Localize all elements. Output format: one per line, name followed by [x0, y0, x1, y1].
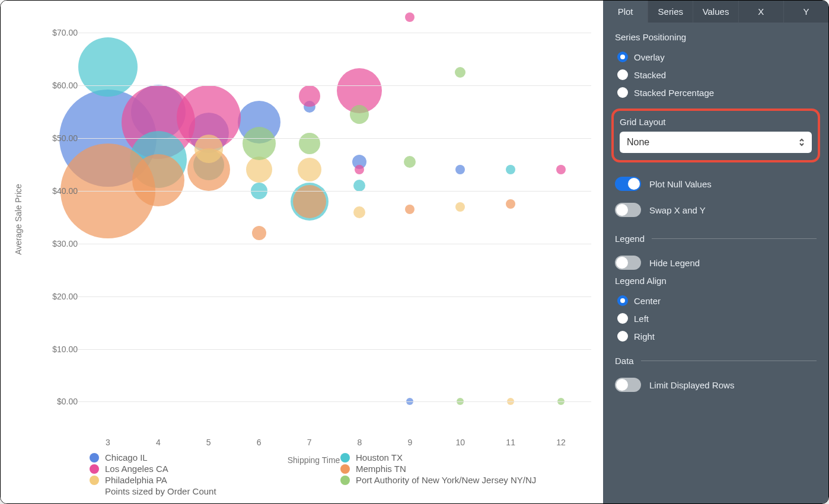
tab-plot[interactable]: Plot	[603, 1, 648, 23]
legend-align-right[interactable]: Right	[617, 327, 817, 345]
radio-label: Stacked	[634, 70, 666, 80]
limit-rows-toggle[interactable]	[615, 378, 641, 392]
radio-icon	[617, 295, 628, 306]
series-positioning-overlay[interactable]: Overlay	[617, 48, 817, 66]
legend-item[interactable]: Chicago IL	[90, 452, 340, 462]
x-tick-label: 7	[307, 438, 312, 447]
legend-item[interactable]: Philadelphia PA	[90, 475, 340, 485]
tab-values[interactable]: Values	[693, 1, 738, 23]
gridline	[78, 33, 591, 33]
y-tick-label: $30.00	[36, 239, 78, 248]
bubble-point[interactable]	[78, 37, 138, 97]
chevron-up-down-icon	[799, 138, 805, 146]
legend-dot-icon	[340, 453, 350, 462]
gridline	[78, 191, 591, 192]
plot-null-values-toggle[interactable]	[615, 177, 641, 191]
bubble-point[interactable]	[506, 199, 515, 209]
legend: Chicago ILHouston TXLos Angeles CAMemphi…	[90, 452, 591, 496]
legend-item[interactable]: Memphis TN	[340, 464, 591, 474]
gridline	[78, 401, 591, 402]
bubble-point[interactable]	[404, 156, 416, 168]
legend-align-group: CenterLeftRight	[615, 292, 817, 345]
radio-icon	[617, 69, 628, 80]
bubble-point[interactable]	[405, 205, 414, 214]
gridline	[78, 349, 591, 350]
bubble-point[interactable]	[299, 85, 320, 107]
radio-icon	[617, 313, 628, 324]
bubble-point[interactable]	[556, 165, 566, 174]
bubble-point[interactable]	[293, 185, 326, 218]
bubble-point[interactable]	[506, 165, 515, 174]
chart-plot: Average Sale Price Shipping Time $0.00$1…	[30, 7, 597, 432]
bubble-point[interactable]	[355, 165, 364, 174]
legend-dot-icon	[340, 464, 350, 474]
grid-layout-highlight: Grid Layout None	[611, 109, 820, 162]
legend-align-center[interactable]: Center	[617, 292, 817, 310]
radio-icon	[617, 52, 628, 62]
legend-label: Chicago IL	[105, 452, 148, 462]
hide-legend-toggle[interactable]	[615, 256, 641, 270]
x-tick-label: 8	[358, 438, 362, 447]
legend-section-title: Legend	[615, 234, 817, 244]
legend-label: Houston TX	[356, 452, 403, 462]
radio-label: Center	[634, 296, 661, 306]
gridline	[78, 244, 591, 244]
bubble-point[interactable]	[246, 157, 272, 183]
legend-label: Port Authority of New York/New Jersey NY…	[356, 475, 536, 485]
series-positioning-stacked[interactable]: Stacked	[617, 66, 817, 84]
swap-xy-label: Swap X and Y	[649, 205, 706, 215]
legend-item[interactable]: Los Angeles CA	[90, 464, 340, 474]
legend-dot-icon	[90, 453, 99, 462]
bubble-point[interactable]	[350, 105, 369, 124]
settings-sidebar: PlotSeriesValuesXY Series Positioning Ov…	[603, 1, 828, 503]
y-tick-label: $70.00	[36, 28, 78, 37]
series-positioning-stacked-percentage[interactable]: Stacked Percentage	[617, 84, 817, 101]
tab-series[interactable]: Series	[648, 1, 693, 23]
y-tick-label: $50.00	[36, 133, 78, 143]
grid-layout-select[interactable]: None	[620, 132, 812, 153]
radio-label: Overlay	[634, 52, 665, 62]
radio-icon	[617, 87, 628, 98]
limit-rows-label: Limit Displayed Rows	[649, 380, 734, 390]
y-tick-label: $20.00	[36, 292, 78, 301]
tab-x[interactable]: X	[738, 1, 783, 23]
bubble-point[interactable]	[353, 180, 365, 192]
legend-dot-icon	[340, 476, 350, 485]
legend-item[interactable]: Houston TX	[340, 452, 591, 462]
x-tick-label: 3	[106, 438, 110, 447]
x-tick-label: 12	[556, 438, 566, 447]
bubble-point[interactable]	[405, 12, 414, 22]
bubble-point[interactable]	[243, 127, 276, 160]
data-section-title: Data	[615, 356, 817, 366]
bubble-point[interactable]	[252, 226, 266, 240]
gridline	[78, 138, 591, 139]
gridline	[78, 296, 591, 297]
y-tick-label: $60.00	[36, 81, 78, 90]
gridline	[78, 85, 591, 86]
tab-y[interactable]: Y	[783, 1, 828, 23]
y-tick-label: $10.00	[36, 344, 78, 354]
x-tick-label: 9	[407, 438, 412, 447]
bubble-point[interactable]	[455, 67, 465, 78]
app-window: Average Sale Price Shipping Time $0.00$1…	[0, 0, 829, 504]
y-tick-label: $40.00	[36, 186, 78, 196]
x-tick-label: 11	[506, 438, 515, 447]
y-axis-title: Average Sale Price	[14, 184, 23, 255]
plot-area: Average Sale Price Shipping Time $0.00$1…	[30, 7, 597, 432]
bubble-point[interactable]	[353, 206, 365, 218]
radio-label: Right	[634, 331, 655, 342]
bubble-point[interactable]	[455, 165, 465, 174]
swap-xy-toggle[interactable]	[615, 203, 641, 217]
plot-null-values-label: Plot Null Values	[649, 179, 712, 189]
plot-tab-body: Series Positioning OverlayStackedStacked…	[603, 23, 828, 407]
radio-label: Stacked Percentage	[634, 88, 714, 98]
legend-label: Philadelphia PA	[105, 475, 167, 485]
x-tick-label: 5	[206, 438, 211, 447]
bubble-point[interactable]	[298, 158, 321, 181]
bubble-point[interactable]	[299, 133, 320, 154]
bubble-point[interactable]	[455, 202, 465, 212]
legend-align-left[interactable]: Left	[617, 310, 817, 327]
bubble-point[interactable]	[132, 154, 184, 206]
legend-item[interactable]: Port Authority of New York/New Jersey NY…	[340, 475, 591, 485]
grid-layout-value: None	[627, 137, 649, 148]
